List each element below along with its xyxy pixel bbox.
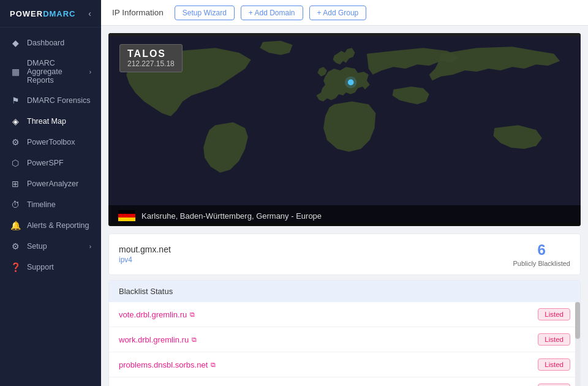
status-badge: Listed xyxy=(538,384,570,386)
sidebar-logo: POWERDMARC ‹ xyxy=(0,0,101,28)
powerspf-icon: ⬡ xyxy=(10,158,21,168)
sidebar-toggle-icon[interactable]: ‹ xyxy=(88,9,91,18)
chevron-icon: › xyxy=(89,69,91,75)
sidebar-item-label: Dashboard xyxy=(27,39,64,47)
ip-type: ipv4 xyxy=(119,255,171,264)
chevron-icon: › xyxy=(89,243,91,250)
table-row: vote.drbl.gremlin.ru ⧉ Listed xyxy=(109,302,580,327)
external-link-icon: ⧉ xyxy=(190,311,195,319)
domain-text: problems.dnsbl.sorbs.net xyxy=(119,360,208,369)
status-badge: Listed xyxy=(538,308,570,320)
content-area: TALOS 212.227.15.18 Karlsruhe, Baden-Wür… xyxy=(101,26,588,386)
sidebar-item-alerts[interactable]: 🔔 Alerts & Reporting xyxy=(0,215,101,236)
sidebar-item-dmarc-aggregate[interactable]: ▦ DMARC Aggregate Reports › xyxy=(0,53,101,90)
sidebar-item-dashboard[interactable]: ◆ Dashboard xyxy=(0,32,101,53)
powertoolbox-icon: ⚙ xyxy=(10,137,21,147)
sidebar: POWERDMARC ‹ ◆ Dashboard ▦ DMARC Aggrega… xyxy=(0,0,101,386)
domain-text: vote.drbl.gremlin.ru xyxy=(119,310,187,319)
map-background: TALOS 212.227.15.18 Karlsruhe, Baden-Wür… xyxy=(108,33,581,226)
logo: POWERDMARC xyxy=(10,9,76,18)
sidebar-item-label: PowerToolbox xyxy=(27,138,75,146)
threat-map-icon: ◈ xyxy=(10,116,21,126)
flag-germany xyxy=(118,210,135,221)
status-badge: Listed xyxy=(538,358,570,371)
sidebar-item-label: Support xyxy=(27,263,54,271)
sidebar-item-powerspf[interactable]: ⬡ PowerSPF xyxy=(0,153,101,173)
sidebar-item-label: DMARC Aggregate Reports xyxy=(27,59,83,85)
page-title: IP Information xyxy=(112,8,164,17)
map-section: TALOS 212.227.15.18 Karlsruhe, Baden-Wür… xyxy=(108,33,581,226)
setup-wizard-button[interactable]: Setup Wizard xyxy=(175,6,235,20)
sidebar-item-support[interactable]: ❓ Support xyxy=(0,257,101,278)
sidebar-item-poweranalyzer[interactable]: ⊞ PowerAnalyzer xyxy=(0,173,101,194)
sidebar-item-threat-map[interactable]: ◈ Threat Map xyxy=(0,111,101,132)
blacklist-domain-link[interactable]: problems.dnsbl.sorbs.net ⧉ xyxy=(119,360,216,369)
add-group-button[interactable]: + Add Group xyxy=(309,6,367,20)
scrollbar-thumb[interactable] xyxy=(575,302,580,339)
talos-ip: 212.227.15.18 xyxy=(127,59,175,68)
sidebar-item-label: Threat Map xyxy=(27,117,66,126)
setup-icon: ⚙ xyxy=(10,241,21,251)
top-bar: IP Information Setup Wizard + Add Domain… xyxy=(101,0,588,26)
ip-info-right: 6 Publicly Blacklisted xyxy=(513,241,570,267)
scrollbar-track xyxy=(575,302,580,386)
timeline-icon: ⏱ xyxy=(10,200,21,210)
sidebar-menu: ◆ Dashboard ▦ DMARC Aggregate Reports › … xyxy=(0,28,101,386)
sidebar-item-label: PowerSPF xyxy=(27,159,64,167)
map-location: Karlsruhe, Baden-Württemberg, Germany - … xyxy=(141,211,322,221)
domain-text: work.drbl.gremlin.ru xyxy=(119,335,189,344)
ip-info-section: mout.gmx.net ipv4 6 Publicly Blacklisted xyxy=(108,233,581,275)
sidebar-item-label: Setup xyxy=(27,242,47,251)
talos-badge: TALOS 212.227.15.18 xyxy=(119,44,183,72)
external-link-icon: ⧉ xyxy=(192,336,197,344)
sidebar-item-dmarc-forensics[interactable]: ⚑ DMARC Forensics xyxy=(0,90,101,111)
map-footer: Karlsruhe, Baden-Württemberg, Germany - … xyxy=(108,205,581,226)
blacklist-header: Blacklist Status xyxy=(109,281,580,302)
sidebar-item-powertoolbox[interactable]: ⚙ PowerToolbox xyxy=(0,132,101,153)
table-row: problems.dnsbl.sorbs.net ⧉ Listed xyxy=(109,352,580,377)
alerts-icon: 🔔 xyxy=(10,221,21,230)
external-link-icon: ⧉ xyxy=(211,361,216,369)
sidebar-item-label: Alerts & Reporting xyxy=(27,221,89,230)
add-domain-button[interactable]: + Add Domain xyxy=(241,6,303,20)
ip-info-left: mout.gmx.net ipv4 xyxy=(119,244,171,264)
blacklist-domain-link[interactable]: vote.drbl.gremlin.ru ⧉ xyxy=(119,310,195,319)
blacklist-list: vote.drbl.gremlin.ru ⧉ Listed work.drbl.… xyxy=(109,302,580,386)
blacklist-section: Blacklist Status vote.drbl.gremlin.ru ⧉ … xyxy=(108,280,581,386)
sidebar-item-label: PowerAnalyzer xyxy=(27,180,78,188)
dashboard-icon: ◆ xyxy=(10,38,21,48)
svg-point-2 xyxy=(345,77,356,88)
forensics-icon: ⚑ xyxy=(10,96,21,105)
sidebar-item-timeline[interactable]: ⏱ Timeline xyxy=(0,194,101,215)
blacklist-count: 6 xyxy=(513,241,570,259)
blacklist-label: Publicly Blacklisted xyxy=(513,260,570,267)
table-row: work.drbl.gremlin.ru ⧉ Listed xyxy=(109,327,580,352)
main-content: IP Information Setup Wizard + Add Domain… xyxy=(101,0,588,386)
aggregate-icon: ▦ xyxy=(10,67,21,77)
poweranalyzer-icon: ⊞ xyxy=(10,179,21,189)
sidebar-item-label: Timeline xyxy=(27,200,56,209)
sidebar-item-label: DMARC Forensics xyxy=(27,96,91,105)
talos-title: TALOS xyxy=(127,48,175,59)
hostname: mout.gmx.net xyxy=(119,244,171,254)
status-badge: Listed xyxy=(538,333,570,346)
table-row: spam.dnsbl.sorbs.net ⧉ Listed xyxy=(109,377,580,386)
support-icon: ❓ xyxy=(10,262,21,272)
sidebar-item-setup[interactable]: ⚙ Setup › xyxy=(0,236,101,257)
blacklist-domain-link[interactable]: work.drbl.gremlin.ru ⧉ xyxy=(119,335,197,344)
